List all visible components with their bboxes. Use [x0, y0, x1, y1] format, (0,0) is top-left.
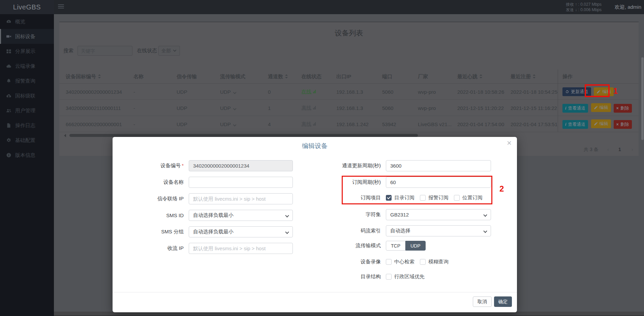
- channel-cycle-field[interactable]: [386, 160, 491, 171]
- device-name: -: [133, 105, 135, 111]
- device-vendor: wvp-pro: [418, 105, 436, 111]
- sidebar-item-label: 云端录像: [15, 63, 35, 69]
- signal-contact-ip-row: 信令联络 IP: [135, 193, 293, 204]
- cloud-upload-icon: [6, 93, 11, 98]
- online-status-select[interactable]: 全部: [158, 46, 180, 56]
- stream-mode-dropdown[interactable]: UDP: [220, 121, 236, 127]
- confirm-button[interactable]: 确定: [494, 296, 512, 307]
- current-page[interactable]: 1: [618, 147, 621, 152]
- edit-button[interactable]: 编辑: [591, 119, 611, 128]
- chart-bars-icon: [313, 106, 316, 109]
- sort-icon[interactable]: [480, 74, 483, 78]
- sidebar-item-operation-log[interactable]: 操作日志: [0, 118, 54, 133]
- device-name-field[interactable]: [189, 177, 293, 188]
- next-page-button[interactable]: ›: [632, 147, 633, 152]
- field-label: 目录结构: [318, 274, 381, 280]
- stream-mode-dropdown[interactable]: UDP: [220, 89, 236, 94]
- sidebar-item-label: 用户管理: [15, 108, 35, 114]
- scroll-left-arrow-icon[interactable]: [64, 134, 66, 137]
- col-port: 端口: [382, 73, 392, 80]
- status-link[interactable]: 离线: [301, 105, 316, 111]
- admin-region-priority-checkbox[interactable]: 行政区域优先: [386, 274, 425, 280]
- stream-receive-ip-row: 收流 IP: [135, 243, 293, 254]
- sidebar-item-user-management[interactable]: 用户管理: [0, 103, 54, 118]
- sms-group-select[interactable]: 自动选择负载最小: [189, 226, 293, 237]
- table-row: 34020000002000001234 - UDP UDP 0 在线 192.…: [59, 84, 639, 100]
- annotation-number-2: 2: [499, 184, 504, 194]
- cancel-button[interactable]: 取消: [473, 296, 492, 307]
- last-registered: 2022-01-18 10:54:25: [511, 89, 557, 94]
- col-device-id[interactable]: 设备国标编号: [66, 73, 101, 80]
- sms-id-select[interactable]: 自动选择负载最小: [189, 210, 293, 221]
- menu-toggle-icon[interactable]: [58, 4, 65, 10]
- modal-title: 编辑设备: [113, 142, 517, 150]
- device-port: 5060: [382, 89, 393, 94]
- prev-page-button[interactable]: ‹: [607, 147, 609, 152]
- channel-cycle-row: 通道更新周期(秒): [318, 160, 491, 171]
- udp-toggle-button[interactable]: UDP: [405, 241, 426, 251]
- col-registered[interactable]: 最近注册: [511, 73, 536, 80]
- fuzzy-query-checkbox[interactable]: 模糊查询: [420, 259, 449, 265]
- sidebar-item-alarm-query[interactable]: 报警查询: [0, 74, 54, 88]
- status-link[interactable]: 在线: [301, 88, 316, 95]
- checkbox-icon[interactable]: [386, 274, 392, 280]
- field-label: 码流索引: [318, 228, 381, 234]
- col-heartbeat[interactable]: 最近心跳: [457, 73, 483, 80]
- signal-transport: UDP: [177, 89, 187, 94]
- top-header-bar: LiveGBS 接收 ↑ : 0.027 Mbps 发送 ↓ : 0.006 M…: [0, 0, 644, 14]
- delete-button[interactable]: ×删除: [614, 104, 632, 113]
- chart-bars-icon: [313, 122, 316, 125]
- signal-contact-ip-field[interactable]: [189, 193, 293, 204]
- status-link[interactable]: 离线: [301, 121, 316, 127]
- stream-receive-ip-field[interactable]: [189, 243, 293, 254]
- col-vendor: 厂家: [418, 73, 428, 80]
- center-search-checkbox[interactable]: 中心检索: [386, 259, 415, 265]
- sort-icon[interactable]: [533, 74, 536, 78]
- device-ip: 192.168.1.3: [336, 105, 363, 111]
- sidebar-item-gb-cascade[interactable]: 国标级联: [0, 88, 54, 103]
- close-icon[interactable]: ×: [507, 139, 512, 147]
- sms-id-row: SMS ID 自动选择负载最小: [135, 210, 293, 221]
- sidebar-item-label: 版本信息: [15, 152, 35, 159]
- tcp-toggle-button[interactable]: TCP: [386, 241, 405, 251]
- field-label: 收流 IP: [135, 245, 184, 252]
- device-port: 53942: [382, 121, 396, 127]
- gear-icon: [6, 138, 11, 143]
- search-input[interactable]: [78, 46, 132, 56]
- sidebar-item-label: 概览: [15, 19, 25, 25]
- sidebar-item-cloud-record[interactable]: 云端录像: [0, 59, 54, 74]
- sort-icon[interactable]: [98, 74, 101, 78]
- sidebar-item-gb-devices[interactable]: 国标设备: [0, 29, 54, 44]
- col-channels[interactable]: 通道数: [268, 73, 288, 80]
- required-asterisk: *: [182, 163, 184, 168]
- sidebar-item-version-info[interactable]: 版本信息: [0, 148, 54, 163]
- device-ip: 192.168.1.242: [336, 121, 369, 127]
- device-id: 34020000002000001234: [66, 89, 122, 94]
- field-label: 设备名称: [135, 179, 184, 185]
- info-icon: i: [565, 106, 566, 111]
- edit-button[interactable]: 编辑: [591, 103, 611, 112]
- sidebar-item-basic-config[interactable]: 基础配置: [0, 133, 54, 148]
- grid-icon: [6, 49, 11, 54]
- device-id: 66620000002000000001: [66, 121, 122, 127]
- stream-index-select[interactable]: 自动选择: [386, 225, 491, 236]
- field-label: SMS 分组: [135, 229, 184, 235]
- device-record-row: 设备录像 中心检索 模糊查询: [318, 258, 454, 266]
- col-stream-mode: 流传输模式: [220, 73, 245, 80]
- delete-button[interactable]: ×删除: [614, 120, 632, 129]
- scrollbar-thumb[interactable]: [69, 134, 418, 137]
- sidebar-item-split-screen[interactable]: 分屏展示: [0, 44, 54, 59]
- checkbox-icon[interactable]: [420, 259, 426, 265]
- sidebar-item-overview[interactable]: 概览: [0, 14, 54, 29]
- table-header-row: 设备国标编号 名称 信令传输 流传输模式 通道数 在线状态 出口IP 端口 厂家…: [59, 69, 639, 84]
- stream-mode-dropdown[interactable]: UDP: [220, 105, 236, 111]
- welcome-user[interactable]: 欢迎, admin: [615, 0, 641, 14]
- charset-select[interactable]: GB2312: [386, 209, 491, 220]
- device-id-field: [189, 160, 293, 171]
- sort-icon[interactable]: [285, 74, 288, 78]
- view-channels-button[interactable]: i查看通道: [562, 120, 588, 129]
- checkbox-icon[interactable]: [386, 259, 392, 265]
- view-channels-button[interactable]: i查看通道: [562, 104, 588, 113]
- field-label: SMS ID: [135, 212, 184, 218]
- vertical-scrollbar-thumb[interactable]: [641, 57, 644, 140]
